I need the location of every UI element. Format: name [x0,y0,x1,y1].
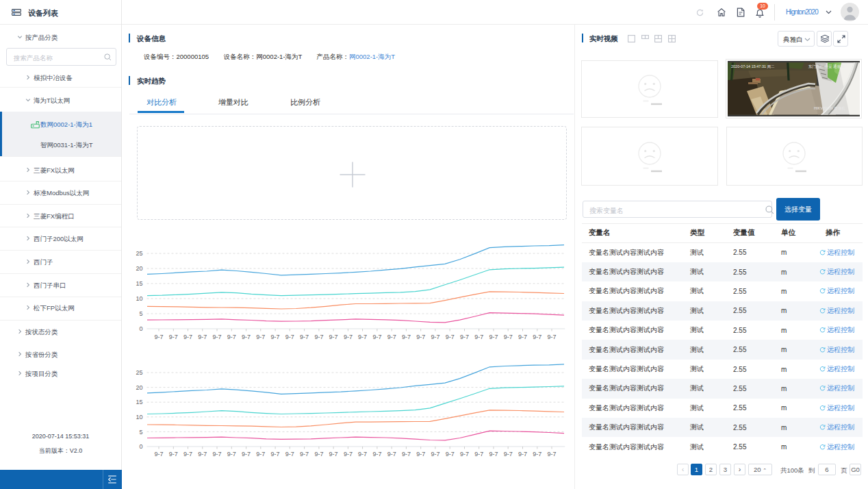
svg-text:9-7: 9-7 [227,451,236,457]
svg-text:9-7: 9-7 [314,451,323,457]
svg-text:20: 20 [136,384,142,391]
svg-text:9-7: 9-7 [460,451,469,457]
svg-text:9-7: 9-7 [402,451,411,457]
svg-text:9-7: 9-7 [198,451,207,457]
svg-text:9-7: 9-7 [242,451,251,457]
svg-text:9-7: 9-7 [358,451,367,457]
svg-text:15: 15 [136,399,142,405]
svg-text:9-7: 9-7 [154,451,163,457]
svg-text:5: 5 [139,429,142,436]
svg-text:HIKVISION 摄像机: HIKVISION 摄像机 [814,106,845,111]
svg-text:9-7: 9-7 [431,451,439,457]
svg-text:9-7: 9-7 [183,451,192,457]
svg-text:9-7: 9-7 [372,451,381,457]
svg-text:9-7: 9-7 [212,451,221,457]
svg-text:9-7: 9-7 [416,451,425,457]
svg-text:9-7: 9-7 [344,451,353,457]
svg-text:9-7: 9-7 [285,451,294,457]
svg-text:9-7: 9-7 [387,451,396,457]
svg-text:0: 0 [139,443,142,450]
svg-text:9-7: 9-7 [474,451,483,457]
svg-text:25: 25 [136,369,142,376]
svg-text:9-7: 9-7 [547,451,556,457]
svg-text:2020-07-14 15:47:31 周二: 2020-07-14 15:47:31 周二 [731,64,775,68]
svg-text:9-7: 9-7 [169,451,178,457]
svg-text:9-7: 9-7 [518,451,527,457]
svg-text:9-7: 9-7 [256,451,265,457]
svg-text:9-7: 9-7 [271,451,280,457]
svg-text:9-7: 9-7 [504,451,513,457]
svg-text:10: 10 [136,414,142,421]
svg-text:9-7: 9-7 [446,451,455,457]
svg-text:9-7: 9-7 [329,451,338,457]
svg-text:9-7: 9-7 [533,451,541,457]
svg-text:东门围栏 全景 通道01: 东门围栏 全景 通道01 [808,64,845,69]
svg-text:9-7: 9-7 [489,451,498,457]
svg-text:9-7: 9-7 [300,451,309,457]
